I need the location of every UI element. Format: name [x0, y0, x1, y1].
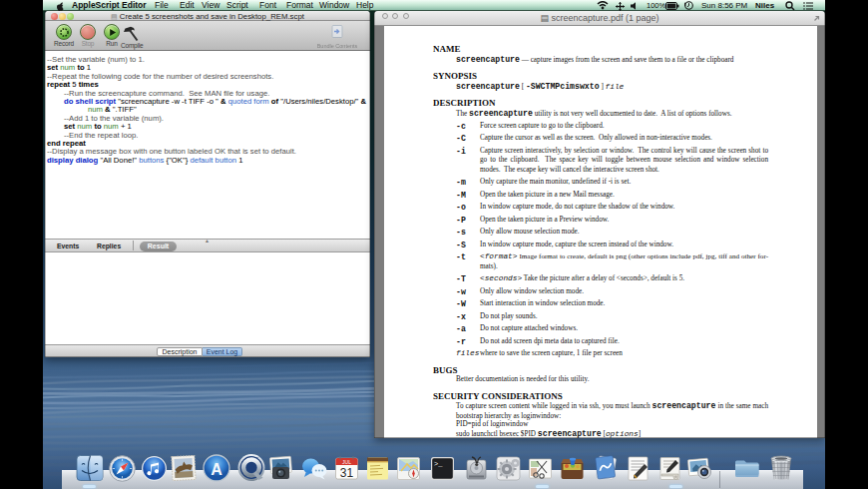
svg-text:JUL: JUL	[342, 459, 351, 465]
svg-text:>_: >_	[434, 460, 443, 468]
svg-text:31: 31	[339, 466, 353, 480]
svg-text:A: A	[211, 461, 222, 478]
